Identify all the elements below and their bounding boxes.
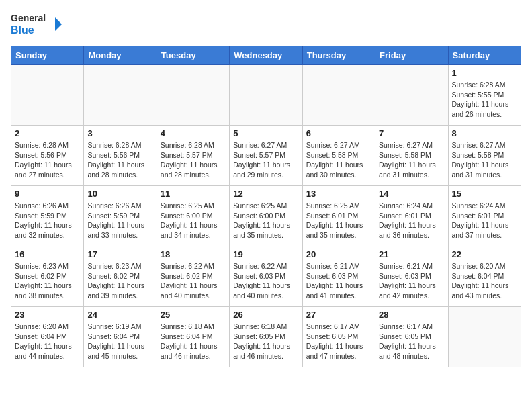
day-info: Sunrise: 6:27 AM Sunset: 5:58 PM Dayligh… xyxy=(306,140,371,180)
calendar-cell: 3Sunrise: 6:28 AM Sunset: 5:56 PM Daylig… xyxy=(84,126,157,186)
day-number: 3 xyxy=(87,128,152,138)
day-info: Sunrise: 6:21 AM Sunset: 6:03 PM Dayligh… xyxy=(379,261,444,301)
day-info: Sunrise: 6:23 AM Sunset: 6:02 PM Dayligh… xyxy=(87,261,152,301)
calendar-cell: 16Sunrise: 6:23 AM Sunset: 6:02 PM Dayli… xyxy=(11,246,84,307)
day-number: 21 xyxy=(379,249,444,259)
day-number: 5 xyxy=(233,128,298,138)
weekday-header-saturday: Saturday xyxy=(448,46,521,65)
calendar-week-1: 2Sunrise: 6:28 AM Sunset: 5:56 PM Daylig… xyxy=(11,126,521,186)
day-info: Sunrise: 6:26 AM Sunset: 5:59 PM Dayligh… xyxy=(15,201,80,240)
day-info: Sunrise: 6:22 AM Sunset: 6:03 PM Dayligh… xyxy=(233,261,298,301)
day-number: 24 xyxy=(87,310,152,320)
day-info: Sunrise: 6:25 AM Sunset: 6:00 PM Dayligh… xyxy=(161,201,226,240)
calendar-cell: 15Sunrise: 6:24 AM Sunset: 6:01 PM Dayli… xyxy=(448,186,521,246)
calendar-header-row: SundayMondayTuesdayWednesdayThursdayFrid… xyxy=(11,46,521,65)
day-info: Sunrise: 6:18 AM Sunset: 6:04 PM Dayligh… xyxy=(161,322,226,361)
day-info: Sunrise: 6:20 AM Sunset: 6:04 PM Dayligh… xyxy=(15,322,80,361)
weekday-header-friday: Friday xyxy=(375,46,448,65)
logo-svg: General Blue xyxy=(11,11,64,39)
day-info: Sunrise: 6:24 AM Sunset: 6:01 PM Dayligh… xyxy=(379,201,444,240)
day-info: Sunrise: 6:20 AM Sunset: 6:04 PM Dayligh… xyxy=(452,261,517,301)
calendar-cell: 9Sunrise: 6:26 AM Sunset: 5:59 PM Daylig… xyxy=(11,186,84,246)
calendar-cell: 26Sunrise: 6:18 AM Sunset: 6:05 PM Dayli… xyxy=(230,307,302,367)
day-info: Sunrise: 6:24 AM Sunset: 6:01 PM Dayligh… xyxy=(452,201,517,240)
calendar-cell: 2Sunrise: 6:28 AM Sunset: 5:56 PM Daylig… xyxy=(11,126,84,186)
day-info: Sunrise: 6:28 AM Sunset: 5:55 PM Dayligh… xyxy=(452,80,517,120)
day-info: Sunrise: 6:26 AM Sunset: 5:59 PM Dayligh… xyxy=(87,201,152,240)
calendar-cell: 22Sunrise: 6:20 AM Sunset: 6:04 PM Dayli… xyxy=(448,246,521,307)
calendar-cell xyxy=(302,65,375,126)
calendar-cell: 21Sunrise: 6:21 AM Sunset: 6:03 PM Dayli… xyxy=(375,246,448,307)
day-number: 9 xyxy=(15,189,80,199)
day-number: 13 xyxy=(306,189,371,199)
day-number: 25 xyxy=(161,310,226,320)
calendar-cell: 27Sunrise: 6:17 AM Sunset: 6:05 PM Dayli… xyxy=(302,307,375,367)
day-number: 1 xyxy=(452,68,517,78)
calendar-cell: 25Sunrise: 6:18 AM Sunset: 6:04 PM Dayli… xyxy=(157,307,229,367)
calendar-cell xyxy=(230,65,302,126)
calendar-cell xyxy=(375,65,448,126)
weekday-header-thursday: Thursday xyxy=(302,46,375,65)
svg-marker-2 xyxy=(55,17,62,31)
day-number: 18 xyxy=(161,249,226,259)
day-number: 22 xyxy=(452,249,517,259)
page-header: General Blue xyxy=(11,11,521,39)
day-info: Sunrise: 6:19 AM Sunset: 6:04 PM Dayligh… xyxy=(87,322,152,361)
day-info: Sunrise: 6:21 AM Sunset: 6:03 PM Dayligh… xyxy=(306,261,371,301)
day-info: Sunrise: 6:17 AM Sunset: 6:05 PM Dayligh… xyxy=(379,322,444,361)
weekday-header-tuesday: Tuesday xyxy=(157,46,229,65)
calendar-cell: 19Sunrise: 6:22 AM Sunset: 6:03 PM Dayli… xyxy=(230,246,302,307)
calendar-cell: 4Sunrise: 6:28 AM Sunset: 5:57 PM Daylig… xyxy=(157,126,229,186)
calendar-cell: 17Sunrise: 6:23 AM Sunset: 6:02 PM Dayli… xyxy=(84,246,157,307)
calendar-cell xyxy=(84,65,157,126)
day-number: 17 xyxy=(87,249,152,259)
calendar-cell xyxy=(11,65,84,126)
day-number: 6 xyxy=(306,128,371,138)
calendar-cell: 5Sunrise: 6:27 AM Sunset: 5:57 PM Daylig… xyxy=(230,126,302,186)
day-number: 7 xyxy=(379,128,444,138)
day-info: Sunrise: 6:18 AM Sunset: 6:05 PM Dayligh… xyxy=(233,322,298,361)
day-info: Sunrise: 6:25 AM Sunset: 6:00 PM Dayligh… xyxy=(233,201,298,240)
day-number: 15 xyxy=(452,189,517,199)
calendar-cell: 23Sunrise: 6:20 AM Sunset: 6:04 PM Dayli… xyxy=(11,307,84,367)
day-number: 11 xyxy=(161,189,226,199)
calendar-cell: 7Sunrise: 6:27 AM Sunset: 5:58 PM Daylig… xyxy=(375,126,448,186)
day-info: Sunrise: 6:27 AM Sunset: 5:57 PM Dayligh… xyxy=(233,140,298,180)
day-number: 4 xyxy=(161,128,226,138)
day-number: 8 xyxy=(452,128,517,138)
calendar-cell: 8Sunrise: 6:27 AM Sunset: 5:58 PM Daylig… xyxy=(448,126,521,186)
calendar-cell: 18Sunrise: 6:22 AM Sunset: 6:02 PM Dayli… xyxy=(157,246,229,307)
day-info: Sunrise: 6:28 AM Sunset: 5:56 PM Dayligh… xyxy=(87,140,152,180)
day-info: Sunrise: 6:25 AM Sunset: 6:01 PM Dayligh… xyxy=(306,201,371,240)
day-info: Sunrise: 6:27 AM Sunset: 5:58 PM Dayligh… xyxy=(379,140,444,180)
weekday-header-sunday: Sunday xyxy=(11,46,84,65)
calendar-week-0: 1Sunrise: 6:28 AM Sunset: 5:55 PM Daylig… xyxy=(11,65,521,126)
calendar-cell: 12Sunrise: 6:25 AM Sunset: 6:00 PM Dayli… xyxy=(230,186,302,246)
day-number: 20 xyxy=(306,249,371,259)
day-number: 27 xyxy=(306,310,371,320)
day-info: Sunrise: 6:22 AM Sunset: 6:02 PM Dayligh… xyxy=(161,261,226,301)
svg-text:General: General xyxy=(11,13,46,24)
calendar-cell: 24Sunrise: 6:19 AM Sunset: 6:04 PM Dayli… xyxy=(84,307,157,367)
day-number: 10 xyxy=(87,189,152,199)
day-number: 28 xyxy=(379,310,444,320)
calendar-cell: 28Sunrise: 6:17 AM Sunset: 6:05 PM Dayli… xyxy=(375,307,448,367)
calendar-cell xyxy=(448,307,521,367)
day-info: Sunrise: 6:27 AM Sunset: 5:58 PM Dayligh… xyxy=(452,140,517,180)
day-number: 14 xyxy=(379,189,444,199)
weekday-header-monday: Monday xyxy=(84,46,157,65)
calendar-table: SundayMondayTuesdayWednesdayThursdayFrid… xyxy=(11,46,521,367)
weekday-header-wednesday: Wednesday xyxy=(230,46,302,65)
calendar-cell: 13Sunrise: 6:25 AM Sunset: 6:01 PM Dayli… xyxy=(302,186,375,246)
day-number: 26 xyxy=(233,310,298,320)
calendar-cell: 14Sunrise: 6:24 AM Sunset: 6:01 PM Dayli… xyxy=(375,186,448,246)
day-number: 16 xyxy=(15,249,80,259)
calendar-week-4: 23Sunrise: 6:20 AM Sunset: 6:04 PM Dayli… xyxy=(11,307,521,367)
calendar-week-3: 16Sunrise: 6:23 AM Sunset: 6:02 PM Dayli… xyxy=(11,246,521,307)
calendar-cell xyxy=(157,65,229,126)
day-number: 23 xyxy=(15,310,80,320)
day-info: Sunrise: 6:28 AM Sunset: 5:57 PM Dayligh… xyxy=(161,140,226,180)
day-number: 2 xyxy=(15,128,80,138)
calendar-cell: 6Sunrise: 6:27 AM Sunset: 5:58 PM Daylig… xyxy=(302,126,375,186)
calendar-cell: 10Sunrise: 6:26 AM Sunset: 5:59 PM Dayli… xyxy=(84,186,157,246)
